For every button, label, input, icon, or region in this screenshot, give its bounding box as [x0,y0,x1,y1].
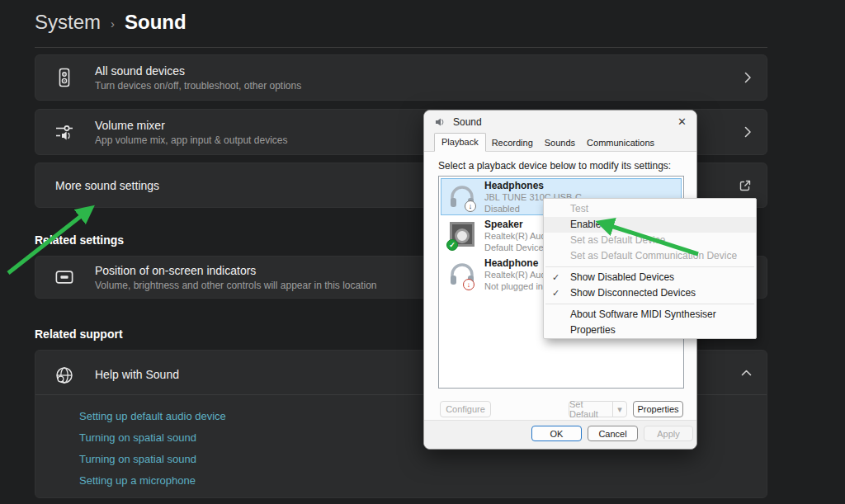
chevron-right-icon [744,126,752,138]
device-context-menu: Test Enable Set as Default Device Set as… [543,198,757,339]
breadcrumb-parent[interactable]: System [35,11,101,34]
dialog-instruction: Select a playback device below to modify… [438,160,671,172]
link-setting-up-a-microphone[interactable]: Setting up a microphone [79,475,226,487]
link-turning-on-spatial-sound-1[interactable]: Turning on spatial sound [79,432,226,444]
dialog-footer: OK Cancel Apply [424,420,696,449]
row-title: Position of on-screen indicators [95,264,377,277]
dialog-titlebar: Sound ✕ [424,111,696,133]
menu-item-test: Test [544,201,756,217]
menu-item-set-as-default-communication-device: Set as Default Communication Device [544,248,756,264]
link-setting-up-default-audio-device[interactable]: Setting up default audio device [79,411,226,422]
related-settings-heading: Related settings [35,233,124,247]
device-name: Headphones [484,180,582,191]
speaker-icon: ✓ [446,220,478,252]
page-title: Sound [125,11,186,34]
properties-button[interactable]: Properties [633,401,683,417]
check-icon: ✓ [552,270,559,285]
tab-sounds[interactable]: Sounds [539,135,581,151]
cancel-button[interactable]: Cancel [588,426,638,441]
check-icon: ✓ [552,285,559,301]
position-indicator-icon [55,270,73,285]
breadcrumb: System › Sound [35,11,186,34]
set-default-dropdown-arrow-icon[interactable]: ▾ [612,401,627,417]
unplugged-badge-icon: ↓ [463,279,474,290]
configure-button[interactable]: Configure [440,401,491,417]
link-turning-on-spatial-sound-2[interactable]: Turning on spatial sound [79,454,226,465]
headphones-icon: ↓ [446,259,478,290]
chevron-up-icon[interactable] [741,370,752,376]
chevron-right-icon [744,72,752,83]
row-subtitle: Turn devices on/off, troubleshoot, other… [95,80,301,92]
tab-communications[interactable]: Communications [581,135,660,151]
speaker-cabinet-icon [55,68,73,87]
dialog-title: Sound [453,116,482,128]
menu-item-show-disconnected-devices[interactable]: ✓Show Disconnected Devices [544,285,756,301]
menu-item-enable[interactable]: Enable [544,217,756,233]
apply-button[interactable]: Apply [644,426,693,441]
tab-playback[interactable]: Playback [434,133,486,152]
menu-separator [545,266,754,267]
breadcrumb-separator-icon: › [111,14,115,31]
related-support-heading: Related support [35,327,123,341]
row-title: More sound settings [55,179,159,192]
row-all-sound-devices[interactable]: All sound devices Turn devices on/off, t… [35,54,767,101]
menu-item-properties[interactable]: Properties [544,323,756,338]
globe-icon [55,366,73,384]
headphones-icon: ↓ [446,181,478,213]
row-title: Volume mixer [95,119,287,132]
menu-separator [545,304,754,304]
help-links: Setting up default audio device Turning … [79,411,226,487]
volume-mixer-icon [55,123,73,141]
sound-dialog-icon [434,116,446,128]
help-row-title: Help with Sound [95,368,179,381]
external-link-icon [739,179,752,192]
disabled-badge-icon: ↓ [465,200,476,212]
row-subtitle: App volume mix, app input & output devic… [95,134,287,146]
row-title: All sound devices [95,64,301,78]
default-device-badge-icon: ✓ [446,239,458,251]
tab-recording[interactable]: Recording [486,135,539,151]
header-divider [35,47,767,48]
menu-item-about-software-midi-synthesiser[interactable]: About Software MIDI Synthesiser [544,307,756,323]
set-default-button[interactable]: Set Default [569,401,613,417]
menu-item-show-disabled-devices[interactable]: ✓Show Disabled Devices [544,270,756,285]
row-subtitle: Volume, brightness and other controls wi… [95,280,377,291]
dialog-tabstrip: Playback Recording Sounds Communications [424,133,696,152]
close-icon[interactable]: ✕ [677,116,687,127]
menu-item-set-as-default-device: Set as Default Device [544,233,756,248]
ok-button[interactable]: OK [531,426,582,441]
